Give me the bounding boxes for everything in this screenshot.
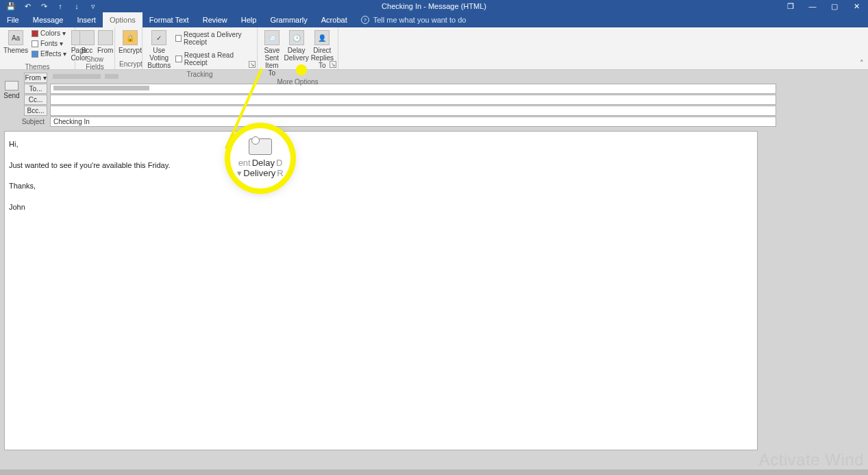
callout-right-fragment: D xyxy=(276,158,282,168)
voting-label: Use Voting Buttons xyxy=(147,47,171,69)
tab-message[interactable]: Message xyxy=(26,12,71,27)
encrypt-button[interactable]: 🔒 Encrypt xyxy=(119,29,141,56)
delay-delivery-zoom-icon xyxy=(249,138,272,155)
send-button[interactable]: Send xyxy=(3,80,21,101)
bcc-field[interactable] xyxy=(50,106,776,116)
send-icon xyxy=(5,81,18,90)
tab-help[interactable]: Help xyxy=(234,12,264,27)
tell-me-placeholder: Tell me what you want to do xyxy=(373,16,467,24)
group-tracking: ✓ Use Voting Buttons Request a Delivery … xyxy=(142,27,258,69)
read-receipt-checkbox[interactable]: Request a Read Receipt xyxy=(174,51,253,67)
fonts-button[interactable]: Fonts▾ xyxy=(30,39,68,48)
bcc-label: Bcc xyxy=(82,47,93,54)
subject-field[interactable] xyxy=(50,117,776,127)
tab-options[interactable]: Options xyxy=(103,12,142,27)
themes-icon: Aa xyxy=(8,30,23,45)
checkbox-icon xyxy=(175,35,182,42)
title-bar: 💾 ↶ ↷ ↑ ↓ ▿ Checking In - Message (HTML)… xyxy=(0,0,868,12)
maximize-button[interactable]: ▢ xyxy=(830,1,839,11)
callout-main-1: Delay xyxy=(252,158,275,168)
message-body[interactable]: Hi, Just wanted to see if you're availab… xyxy=(4,131,758,450)
up-arrow-icon[interactable]: ↑ xyxy=(56,2,64,10)
delay-delivery-button[interactable]: 🕒 Delay Delivery xyxy=(285,29,308,63)
fonts-label: Fonts xyxy=(40,40,58,47)
redo-icon[interactable]: ↷ xyxy=(40,2,48,10)
tracking-dialog-launcher-icon[interactable]: ↘ xyxy=(249,61,256,68)
tab-format-text[interactable]: Format Text xyxy=(142,12,196,27)
tab-acrobat[interactable]: Acrobat xyxy=(314,12,354,27)
save-sent-item-button[interactable]: 📨 Save Sent Item To xyxy=(262,29,282,78)
group-show-fields-label: Show Fields xyxy=(79,56,110,72)
delivery-receipt-label: Request a Delivery Receipt xyxy=(184,31,251,46)
popout-button[interactable]: ❐ xyxy=(786,1,795,11)
effects-icon xyxy=(32,51,38,58)
group-tracking-label: Tracking xyxy=(147,71,253,80)
callout-left-fragment2: ▾ xyxy=(237,168,242,178)
tab-grammarly[interactable]: Grammarly xyxy=(263,12,314,27)
group-themes: Aa Themes Colors▾ Fonts▾ Effects▾ Page C… xyxy=(0,27,75,69)
ribbon-options: Aa Themes Colors▾ Fonts▾ Effects▾ Page C… xyxy=(0,27,868,70)
callout-right-fragment2: R xyxy=(277,168,283,178)
voting-icon: ✓ xyxy=(151,30,166,45)
group-encrypt: 🔒 Encrypt Encrypt xyxy=(115,27,142,69)
callout-dot xyxy=(296,64,307,75)
lightbulb-icon: ? xyxy=(361,16,369,24)
compose-area: Send From ▾ To... Cc... Bcc... Subject xyxy=(0,70,868,450)
activate-windows-watermark: Activate Wind xyxy=(759,450,864,470)
direct-replies-icon: 👤 xyxy=(314,30,330,45)
checkbox-icon xyxy=(175,56,182,62)
colors-button[interactable]: Colors▾ xyxy=(30,29,68,38)
close-button[interactable]: ✕ xyxy=(852,1,861,11)
delay-delivery-label: Delay Delivery xyxy=(284,47,309,62)
group-show-fields: Bcc From Show Fields xyxy=(75,27,115,69)
group-themes-label: Themes xyxy=(4,63,71,72)
themes-button[interactable]: Aa Themes xyxy=(4,29,27,56)
tab-review[interactable]: Review xyxy=(196,12,234,27)
window-title: Checking In - Message (HTML) xyxy=(382,2,486,10)
effects-label: Effects xyxy=(40,50,61,58)
read-receipt-label: Request a Read Receipt xyxy=(184,51,251,66)
more-options-dialog-launcher-icon[interactable]: ↘ xyxy=(330,61,336,68)
bcc-toggle[interactable]: Bcc xyxy=(79,29,95,56)
bottom-strip xyxy=(0,470,868,475)
callout-main-2: Delivery xyxy=(243,168,275,178)
body-line-1: Just wanted to see if you're available t… xyxy=(9,160,753,171)
bcc-button[interactable]: Bcc... xyxy=(24,106,47,116)
bcc-icon xyxy=(79,30,95,45)
body-name: John xyxy=(9,202,753,213)
themes-label: Themes xyxy=(3,47,28,54)
delivery-receipt-checkbox[interactable]: Request a Delivery Receipt xyxy=(174,30,253,47)
voting-buttons[interactable]: ✓ Use Voting Buttons xyxy=(147,29,171,71)
colors-icon xyxy=(32,30,38,37)
cc-button[interactable]: Cc... xyxy=(24,95,47,105)
ribbon-tabs: File Message Insert Options Format Text … xyxy=(0,12,868,27)
colors-label: Colors xyxy=(40,29,60,37)
from-toggle[interactable]: From xyxy=(97,29,113,56)
tell-me[interactable]: ? Tell me what you want to do xyxy=(354,12,467,27)
save-icon[interactable]: 💾 xyxy=(7,2,15,10)
window-controls: ❐ — ▢ ✕ xyxy=(786,1,868,11)
callout-left-fragment: ent xyxy=(238,158,251,168)
minimize-button[interactable]: — xyxy=(808,1,817,11)
save-sent-icon: 📨 xyxy=(264,30,280,45)
to-button[interactable]: To... xyxy=(24,84,47,94)
quick-access-toolbar: 💾 ↶ ↷ ↑ ↓ ▿ xyxy=(0,2,97,10)
send-label: Send xyxy=(3,92,19,99)
fonts-icon xyxy=(32,40,38,47)
tab-insert[interactable]: Insert xyxy=(70,12,103,27)
callout-circle: ent Delay D ▾ Delivery R xyxy=(230,128,290,188)
tab-file[interactable]: File xyxy=(0,12,26,27)
to-field[interactable] xyxy=(50,84,776,94)
body-signoff: Thanks, xyxy=(9,180,753,192)
customize-qat-icon[interactable]: ▿ xyxy=(89,2,97,10)
from-label: From xyxy=(97,47,113,54)
body-greeting: Hi, xyxy=(9,138,753,150)
from-button[interactable]: From ▾ xyxy=(24,73,47,83)
down-arrow-icon[interactable]: ↓ xyxy=(73,2,81,10)
undo-icon[interactable]: ↶ xyxy=(23,2,32,10)
collapse-ribbon-icon[interactable]: ˄ xyxy=(860,59,864,68)
effects-button[interactable]: Effects▾ xyxy=(30,49,68,58)
cc-field[interactable] xyxy=(50,95,776,105)
group-more-options: 📨 Save Sent Item To 🕒 Delay Delivery 👤 D… xyxy=(258,27,338,69)
encrypt-label: Encrypt xyxy=(119,47,142,54)
